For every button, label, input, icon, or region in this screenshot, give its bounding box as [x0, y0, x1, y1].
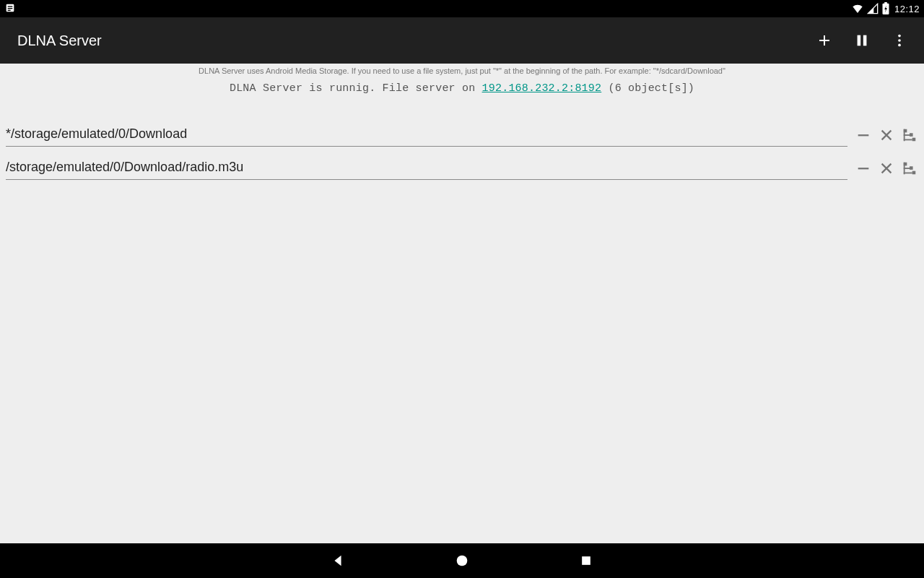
svg-rect-7: [863, 35, 867, 46]
info-hint: DLNA Server uses Android Media Storage. …: [0, 64, 924, 79]
status-suffix: (6 object[s]): [601, 82, 694, 95]
svg-rect-21: [904, 168, 910, 169]
close-icon[interactable]: [878, 126, 895, 144]
signal-icon: [867, 3, 879, 14]
remove-icon[interactable]: [855, 160, 872, 177]
battery-icon: [881, 2, 890, 15]
tree-icon[interactable]: [901, 126, 918, 144]
path-row: [0, 157, 924, 180]
svg-rect-23: [904, 173, 912, 174]
svg-rect-5: [884, 2, 887, 4]
svg-rect-16: [904, 139, 912, 141]
path-input-wrap: [6, 157, 847, 180]
system-nav-bar: [0, 543, 924, 578]
svg-point-9: [898, 39, 901, 42]
svg-point-8: [898, 35, 901, 38]
svg-rect-22: [910, 166, 913, 170]
path-input-wrap: [6, 124, 847, 147]
svg-point-25: [457, 556, 468, 566]
status-prefix: DLNA Server is runnig. File server on: [230, 82, 482, 95]
add-button[interactable]: [814, 30, 834, 51]
app-title: DLNA Server: [17, 33, 102, 49]
svg-rect-1: [8, 6, 13, 7]
svg-rect-26: [582, 556, 590, 565]
notification-icon: [4, 2, 16, 16]
svg-rect-18: [858, 168, 869, 169]
svg-rect-14: [904, 134, 910, 136]
wifi-icon: [851, 3, 864, 14]
path-row: [0, 124, 924, 147]
remove-icon[interactable]: [855, 126, 872, 144]
server-address-link[interactable]: 192.168.232.2:8192: [482, 82, 602, 95]
svg-rect-11: [858, 134, 869, 136]
status-time: 12:12: [894, 4, 920, 14]
svg-rect-6: [858, 35, 861, 46]
recents-button[interactable]: [575, 549, 598, 572]
app-bar: DLNA Server: [0, 17, 924, 64]
overflow-menu-button[interactable]: [889, 30, 910, 51]
svg-point-10: [898, 44, 901, 47]
path-input[interactable]: [6, 160, 847, 175]
pause-button[interactable]: [852, 30, 872, 51]
svg-rect-2: [8, 8, 13, 9]
path-input[interactable]: [6, 126, 847, 142]
system-status-bar: 12:12: [0, 0, 924, 17]
back-button[interactable]: [326, 549, 349, 572]
tree-icon[interactable]: [901, 160, 918, 177]
close-icon[interactable]: [878, 160, 895, 177]
svg-rect-3: [8, 9, 11, 10]
server-status-line: DLNA Server is runnig. File server on 19…: [0, 79, 924, 105]
svg-rect-17: [912, 138, 916, 142]
svg-rect-24: [912, 171, 916, 175]
home-button[interactable]: [450, 549, 474, 572]
svg-rect-15: [910, 133, 913, 137]
